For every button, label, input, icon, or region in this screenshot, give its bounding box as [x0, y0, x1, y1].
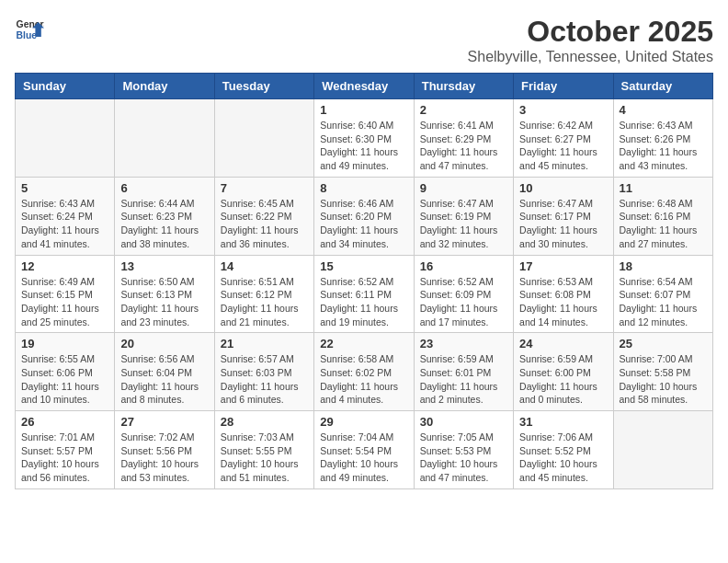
day-number: 6 — [120, 181, 208, 195]
weekday-header-row: SundayMondayTuesdayWednesdayThursdayFrid… — [16, 74, 713, 99]
month-title: October 2025 — [468, 15, 713, 49]
calendar-cell: 26Sunrise: 7:01 AMSunset: 5:57 PMDayligh… — [16, 411, 115, 489]
calendar-cell: 24Sunrise: 6:59 AMSunset: 6:00 PMDayligh… — [514, 333, 613, 411]
day-number: 3 — [519, 103, 607, 117]
day-number: 28 — [221, 415, 308, 429]
day-info: Sunrise: 7:01 AMSunset: 5:57 PMDaylight:… — [21, 431, 108, 485]
day-number: 18 — [620, 259, 707, 273]
day-info: Sunrise: 6:49 AMSunset: 6:15 PMDaylight:… — [21, 275, 108, 329]
day-info: Sunrise: 6:59 AMSunset: 6:00 PMDaylight:… — [519, 352, 607, 407]
day-number: 30 — [420, 415, 507, 429]
day-info: Sunrise: 7:02 AMSunset: 5:56 PMDaylight:… — [120, 431, 208, 485]
calendar-cell — [613, 411, 712, 489]
day-info: Sunrise: 7:00 AMSunset: 5:58 PMDaylight:… — [620, 352, 707, 407]
calendar-cell: 23Sunrise: 6:59 AMSunset: 6:01 PMDayligh… — [414, 333, 513, 411]
day-info: Sunrise: 6:41 AMSunset: 6:29 PMDaylight:… — [420, 119, 507, 173]
day-info: Sunrise: 6:48 AMSunset: 6:16 PMDaylight:… — [620, 197, 707, 251]
day-number: 31 — [519, 415, 607, 429]
day-info: Sunrise: 7:04 AMSunset: 5:54 PMDaylight:… — [320, 431, 407, 485]
day-info: Sunrise: 6:43 AMSunset: 6:26 PMDaylight:… — [620, 119, 707, 173]
weekday-header-thursday: Thursday — [414, 74, 513, 99]
day-number: 7 — [221, 181, 308, 195]
weekday-header-tuesday: Tuesday — [214, 74, 313, 99]
day-number: 22 — [320, 337, 407, 350]
day-info: Sunrise: 6:56 AMSunset: 6:04 PMDaylight:… — [120, 352, 208, 407]
day-info: Sunrise: 6:54 AMSunset: 6:07 PMDaylight:… — [620, 275, 707, 329]
calendar-cell: 25Sunrise: 7:00 AMSunset: 5:58 PMDayligh… — [613, 333, 712, 411]
day-info: Sunrise: 6:40 AMSunset: 6:30 PMDaylight:… — [320, 119, 407, 173]
calendar-cell: 30Sunrise: 7:05 AMSunset: 5:53 PMDayligh… — [414, 411, 513, 489]
day-number: 17 — [519, 259, 607, 273]
calendar-cell: 3Sunrise: 6:42 AMSunset: 6:27 PMDaylight… — [514, 99, 613, 178]
calendar-cell: 20Sunrise: 6:56 AMSunset: 6:04 PMDayligh… — [115, 333, 214, 411]
day-info: Sunrise: 6:42 AMSunset: 6:27 PMDaylight:… — [519, 119, 607, 173]
calendar-cell: 29Sunrise: 7:04 AMSunset: 5:54 PMDayligh… — [314, 411, 414, 489]
calendar-cell: 31Sunrise: 7:06 AMSunset: 5:52 PMDayligh… — [514, 411, 613, 489]
svg-text:Blue: Blue — [17, 30, 38, 40]
calendar-cell: 5Sunrise: 6:43 AMSunset: 6:24 PMDaylight… — [16, 177, 115, 255]
calendar-cell: 18Sunrise: 6:54 AMSunset: 6:07 PMDayligh… — [613, 255, 712, 333]
page-header: General Blue October 2025 Shelbyville, T… — [15, 15, 713, 65]
calendar-cell: 8Sunrise: 6:46 AMSunset: 6:20 PMDaylight… — [314, 177, 414, 255]
title-section: October 2025 Shelbyville, Tennessee, Uni… — [468, 15, 713, 65]
calendar-cell: 6Sunrise: 6:44 AMSunset: 6:23 PMDaylight… — [115, 177, 214, 255]
day-info: Sunrise: 6:46 AMSunset: 6:20 PMDaylight:… — [320, 197, 407, 251]
weekday-header-sunday: Sunday — [16, 74, 115, 99]
weekday-header-friday: Friday — [514, 74, 613, 99]
calendar-table: SundayMondayTuesdayWednesdayThursdayFrid… — [15, 73, 713, 489]
day-info: Sunrise: 6:57 AMSunset: 6:03 PMDaylight:… — [221, 352, 308, 407]
day-number: 29 — [320, 415, 407, 429]
day-number: 21 — [221, 337, 308, 350]
calendar-cell: 17Sunrise: 6:53 AMSunset: 6:08 PMDayligh… — [514, 255, 613, 333]
calendar-cell: 12Sunrise: 6:49 AMSunset: 6:15 PMDayligh… — [16, 255, 115, 333]
calendar-cell — [16, 99, 115, 178]
calendar-cell: 16Sunrise: 6:52 AMSunset: 6:09 PMDayligh… — [414, 255, 513, 333]
calendar-cell: 21Sunrise: 6:57 AMSunset: 6:03 PMDayligh… — [214, 333, 313, 411]
day-info: Sunrise: 6:51 AMSunset: 6:12 PMDaylight:… — [221, 275, 308, 329]
day-info: Sunrise: 6:47 AMSunset: 6:17 PMDaylight:… — [519, 197, 607, 251]
day-info: Sunrise: 6:58 AMSunset: 6:02 PMDaylight:… — [320, 352, 407, 407]
calendar-week-row: 12Sunrise: 6:49 AMSunset: 6:15 PMDayligh… — [16, 255, 713, 333]
day-number: 24 — [519, 337, 607, 350]
day-info: Sunrise: 6:47 AMSunset: 6:19 PMDaylight:… — [420, 197, 507, 251]
day-number: 12 — [21, 259, 108, 273]
weekday-header-wednesday: Wednesday — [314, 74, 414, 99]
day-number: 4 — [620, 103, 707, 117]
location: Shelbyville, Tennessee, United States — [468, 49, 713, 65]
weekday-header-monday: Monday — [115, 74, 214, 99]
day-info: Sunrise: 6:43 AMSunset: 6:24 PMDaylight:… — [21, 197, 108, 251]
day-number: 14 — [221, 259, 308, 273]
day-info: Sunrise: 6:55 AMSunset: 6:06 PMDaylight:… — [21, 352, 108, 407]
day-number: 20 — [120, 337, 208, 350]
day-number: 15 — [320, 259, 407, 273]
calendar-week-row: 26Sunrise: 7:01 AMSunset: 5:57 PMDayligh… — [16, 411, 713, 489]
calendar-week-row: 1Sunrise: 6:40 AMSunset: 6:30 PMDaylight… — [16, 99, 713, 178]
calendar-cell: 1Sunrise: 6:40 AMSunset: 6:30 PMDaylight… — [314, 99, 414, 178]
calendar-cell: 11Sunrise: 6:48 AMSunset: 6:16 PMDayligh… — [613, 177, 712, 255]
calendar-cell: 13Sunrise: 6:50 AMSunset: 6:13 PMDayligh… — [115, 255, 214, 333]
day-number: 5 — [21, 181, 108, 195]
calendar-cell: 2Sunrise: 6:41 AMSunset: 6:29 PMDaylight… — [414, 99, 513, 178]
calendar-cell: 10Sunrise: 6:47 AMSunset: 6:17 PMDayligh… — [514, 177, 613, 255]
calendar-cell: 7Sunrise: 6:45 AMSunset: 6:22 PMDaylight… — [214, 177, 313, 255]
calendar-week-row: 19Sunrise: 6:55 AMSunset: 6:06 PMDayligh… — [16, 333, 713, 411]
day-info: Sunrise: 6:45 AMSunset: 6:22 PMDaylight:… — [221, 197, 308, 251]
calendar-week-row: 5Sunrise: 6:43 AMSunset: 6:24 PMDaylight… — [16, 177, 713, 255]
day-info: Sunrise: 6:44 AMSunset: 6:23 PMDaylight:… — [120, 197, 208, 251]
calendar-cell — [214, 99, 313, 178]
day-info: Sunrise: 6:59 AMSunset: 6:01 PMDaylight:… — [420, 352, 507, 407]
calendar-cell: 19Sunrise: 6:55 AMSunset: 6:06 PMDayligh… — [16, 333, 115, 411]
weekday-header-saturday: Saturday — [613, 74, 712, 99]
day-number: 9 — [420, 181, 507, 195]
calendar-cell — [115, 99, 214, 178]
logo: General Blue — [15, 15, 44, 44]
day-number: 8 — [320, 181, 407, 195]
day-info: Sunrise: 7:03 AMSunset: 5:55 PMDaylight:… — [221, 431, 308, 485]
day-number: 10 — [519, 181, 607, 195]
day-number: 26 — [21, 415, 108, 429]
day-number: 23 — [420, 337, 507, 350]
calendar-cell: 4Sunrise: 6:43 AMSunset: 6:26 PMDaylight… — [613, 99, 712, 178]
calendar-cell: 22Sunrise: 6:58 AMSunset: 6:02 PMDayligh… — [314, 333, 414, 411]
day-info: Sunrise: 6:50 AMSunset: 6:13 PMDaylight:… — [120, 275, 208, 329]
day-number: 19 — [21, 337, 108, 350]
